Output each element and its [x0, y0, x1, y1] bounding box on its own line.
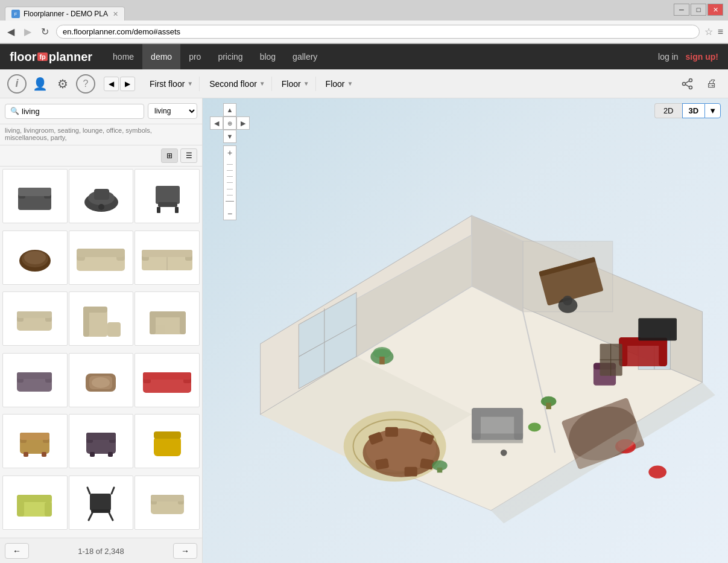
list-item[interactable] — [69, 414, 134, 468]
nav-links: home demo pro pricing blog gallery — [104, 44, 326, 69]
close-button[interactable]: ✕ — [707, 4, 723, 16]
map-controls: ▲ ◀ ⊕ ▶ ▼ + — [210, 103, 250, 220]
share-icon[interactable] — [679, 75, 697, 93]
search-row: 🔍 living bedroom kitchen office — [0, 98, 202, 124]
floor-tab-first[interactable]: First floor ▼ — [144, 77, 200, 91]
browser-tab[interactable]: F Floorplanner - DEMO PLA ✕ — [5, 7, 125, 21]
pan-up-button[interactable]: ▲ — [223, 103, 236, 116]
svg-rect-80 — [151, 495, 184, 501]
list-item[interactable] — [69, 353, 134, 407]
logo-icon: fp — [37, 52, 47, 61]
pan-right-button[interactable]: ▶ — [236, 116, 250, 130]
pagination: ← 1-18 of 2,348 → — [0, 538, 202, 563]
list-item[interactable] — [2, 231, 68, 285]
svg-rect-108 — [405, 467, 417, 477]
floorplan-view — [203, 98, 728, 563]
svg-rect-110 — [437, 468, 442, 472]
list-item[interactable] — [69, 291, 134, 346]
svg-rect-63 — [90, 452, 95, 457]
pan-center-button[interactable]: ⊕ — [223, 116, 236, 130]
svg-rect-124 — [659, 337, 667, 366]
2d-mode-button[interactable]: 2D — [654, 103, 682, 118]
furniture-icon — [12, 238, 57, 277]
category-select[interactable]: living bedroom kitchen office — [148, 103, 197, 119]
nav-demo[interactable]: demo — [142, 44, 180, 69]
help-icon[interactable]: ? — [76, 74, 95, 94]
second-floor-label: Second floor — [209, 79, 257, 89]
svg-point-19 — [24, 251, 46, 264]
list-item[interactable] — [135, 291, 200, 346]
list-item[interactable] — [69, 231, 134, 285]
floor-tab-3[interactable]: Floor ▼ — [276, 77, 316, 91]
list-item[interactable] — [69, 476, 134, 530]
list-item[interactable] — [135, 353, 200, 407]
furniture-icon — [12, 299, 57, 339]
back-button[interactable]: ◀ — [5, 25, 17, 39]
list-item[interactable] — [135, 414, 200, 468]
page-info: 1-18 of 2,348 — [78, 547, 124, 556]
app-navbar: floor fp planner home demo pro pricing b… — [0, 44, 728, 69]
list-item[interactable] — [2, 353, 68, 407]
furniture-icon — [78, 299, 124, 339]
furniture-icon — [78, 177, 124, 216]
3d-dropdown-button[interactable]: ▼ — [704, 103, 721, 118]
forward-button[interactable]: ▶ — [22, 25, 34, 39]
minimize-button[interactable]: ─ — [674, 4, 689, 16]
nav-pro[interactable]: pro — [180, 44, 209, 69]
svg-rect-107 — [385, 427, 398, 437]
floor3-dropdown-icon: ▼ — [303, 80, 309, 87]
settings-icon[interactable]: ⚙ — [53, 74, 72, 94]
furniture-icon — [15, 422, 54, 461]
list-item[interactable] — [135, 169, 200, 223]
logo[interactable]: floor fp planner — [10, 50, 92, 64]
svg-point-129 — [648, 466, 666, 479]
address-bar[interactable] — [56, 25, 700, 39]
list-item[interactable] — [2, 169, 68, 223]
furniture-icon — [12, 177, 57, 216]
floor-tab-second[interactable]: Second floor ▼ — [203, 77, 272, 91]
floor-prev-button[interactable]: ◀ — [104, 77, 119, 91]
list-item[interactable] — [135, 231, 200, 285]
nav-blog[interactable]: blog — [252, 44, 284, 69]
search-input[interactable] — [22, 107, 139, 116]
floor-next-button[interactable]: ▶ — [120, 77, 135, 91]
signup-link[interactable]: sign up! — [686, 52, 718, 62]
print-icon[interactable]: 🖨 — [703, 75, 721, 93]
prev-page-button[interactable]: ← — [5, 543, 29, 559]
info-icon[interactable]: i — [7, 74, 27, 94]
floor-tab-4[interactable]: Floor ▼ — [320, 77, 359, 91]
svg-rect-36 — [83, 307, 89, 337]
nav-pricing[interactable]: pricing — [209, 44, 251, 69]
bookmark-icon[interactable]: ☆ — [704, 26, 713, 37]
login-link[interactable]: log in — [658, 52, 678, 62]
svg-rect-70 — [45, 502, 52, 517]
pan-down-button[interactable]: ▼ — [223, 130, 236, 143]
zoom-in-button[interactable]: + — [223, 145, 236, 159]
list-view-button[interactable]: ☰ — [180, 148, 197, 163]
menu-icon[interactable]: ≡ — [718, 27, 723, 37]
nav-home[interactable]: home — [104, 44, 142, 69]
list-item[interactable] — [2, 414, 68, 468]
person-icon[interactable]: 👤 — [30, 74, 49, 94]
refresh-button[interactable]: ↻ — [39, 25, 51, 39]
view-toggle: ⊞ ☰ — [0, 145, 202, 167]
svg-rect-72 — [91, 509, 110, 513]
svg-rect-41 — [180, 311, 186, 334]
second-floor-dropdown-icon: ▼ — [259, 80, 265, 87]
pan-left-button[interactable]: ◀ — [210, 116, 223, 130]
maximize-button[interactable]: □ — [691, 4, 706, 16]
favicon-icon: F — [11, 10, 20, 18]
list-item[interactable] — [2, 476, 68, 530]
tab-close-icon[interactable]: ✕ — [113, 10, 118, 18]
nav-gallery[interactable]: gallery — [284, 44, 326, 69]
zoom-out-button[interactable]: − — [223, 207, 236, 220]
list-item[interactable] — [2, 291, 68, 346]
grid-view-button[interactable]: ⊞ — [161, 148, 178, 163]
svg-rect-40 — [150, 311, 156, 334]
3d-mode-button[interactable]: 3D — [682, 103, 705, 118]
list-item[interactable] — [69, 169, 134, 223]
tags-row: living, livingroom, seating, lounge, off… — [0, 124, 202, 145]
list-item[interactable] — [135, 476, 200, 530]
svg-line-4 — [686, 84, 689, 87]
next-page-button[interactable]: → — [173, 543, 197, 559]
